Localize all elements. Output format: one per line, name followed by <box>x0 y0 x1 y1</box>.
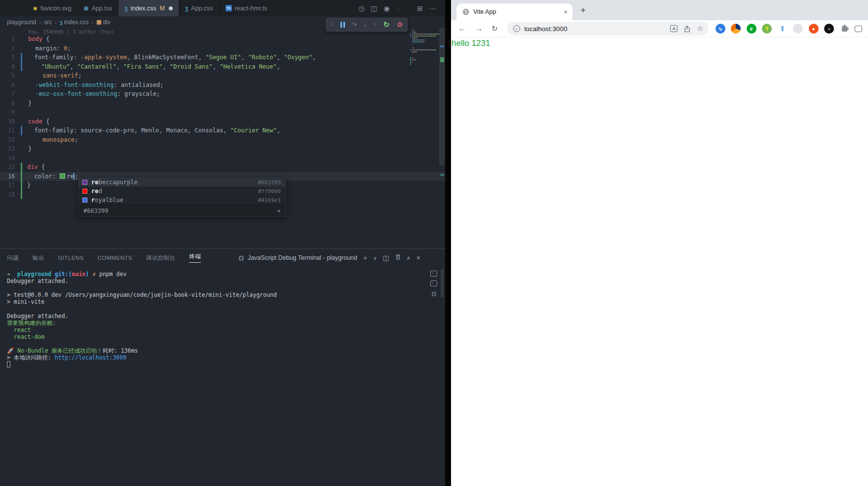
editor-tab-react-hmr.ts[interactable]: TSreact-hmr.ts <box>220 0 274 16</box>
code-line-14[interactable]: 14 <box>0 154 445 163</box>
terminal-scrollbar[interactable] <box>441 269 444 297</box>
panel-tab-GITLENS[interactable]: GITLENS <box>51 249 91 267</box>
terminal-instance-icon[interactable]: › <box>430 281 437 286</box>
code-line-13[interactable]: 13} <box>0 144 445 154</box>
close-icon[interactable]: × <box>277 207 281 214</box>
code-line-5[interactable]: 5 sans-serif; <box>0 71 445 81</box>
editor-scrollbar[interactable] <box>439 28 445 248</box>
new-terminal-icon[interactable]: + <box>363 254 367 262</box>
code-line-7[interactable]: 7 -moz-osx-font-smoothing: grayscale; <box>0 89 445 99</box>
step-into-icon[interactable]: ↓ <box>364 21 367 29</box>
code-line-15[interactable]: 15div { <box>0 162 445 172</box>
forward-icon[interactable]: → <box>475 24 483 34</box>
code-line-2[interactable]: 2 margin: 0; <box>0 44 445 53</box>
reload-icon[interactable]: ↻ <box>491 24 498 33</box>
breadcrumb-item-playground[interactable]: playground <box>7 19 36 26</box>
close-tab-icon[interactable]: × <box>564 8 567 16</box>
code-editor[interactable]: You, 15秒钟前 | 1 author (You) 1body {2 mar… <box>0 28 445 248</box>
ext-pale-circle[interactable]: ◦ <box>793 24 803 34</box>
maximize-panel-icon[interactable]: ∧ <box>407 255 411 261</box>
code-line-1[interactable]: 1body { <box>0 35 445 44</box>
extensions-puzzle-icon[interactable] <box>842 26 847 32</box>
overview-mark-modified <box>440 45 444 47</box>
terminal-text: pnpm dev <box>99 271 126 278</box>
terminal-output[interactable]: ➜ playground git:(main) ✗ pnpm devDebugg… <box>7 271 277 368</box>
diff-gutter <box>21 53 22 62</box>
circle-outline-icon-2[interactable]: ◌ <box>407 4 411 12</box>
ext-blue-chevrons[interactable]: ∨∨ <box>778 24 788 34</box>
editor-layout-icon[interactable]: ⊞ <box>417 4 423 12</box>
pause-icon[interactable] <box>340 22 345 28</box>
editor-tab-index.css[interactable]: ʒindex.cssM <box>118 0 179 16</box>
code-line-9[interactable]: 9 <box>0 108 445 117</box>
breadcrumb-item-symbol[interactable]: div <box>103 19 111 26</box>
panel-tab-调试控制台[interactable]: 调试控制台 <box>139 249 183 267</box>
css-file-icon: ʒ <box>60 19 63 25</box>
split-editor-icon[interactable]: ◫ <box>371 4 377 12</box>
breadcrumb-item-file[interactable]: index.css <box>64 19 89 26</box>
disconnect-icon[interactable] <box>396 21 403 29</box>
circle-outline-icon-1[interactable]: ◌ <box>396 4 400 12</box>
breadcrumb-item-src[interactable]: src <box>44 19 52 26</box>
debug-bug-icon <box>238 254 245 261</box>
side-panel-icon[interactable] <box>855 26 862 32</box>
extension-icons: ∿eY∨∨◦●○ <box>716 24 863 34</box>
editor-tab-App.css[interactable]: ʒApp.css <box>179 0 220 16</box>
trash-icon[interactable] <box>395 254 401 262</box>
panel-tab-COMMENTS[interactable]: COMMENTS <box>91 249 139 267</box>
scrollbar-slider[interactable] <box>439 28 445 165</box>
more-actions-icon[interactable]: ⋯ <box>429 4 436 12</box>
ext-y-badge[interactable]: Y <box>762 24 772 34</box>
browser-tab-vite-app[interactable]: Vite App × <box>456 3 572 20</box>
ext-black-ring[interactable]: ○ <box>824 24 834 34</box>
suggest-item-royalblue[interactable]: royalblue#4169e1 <box>78 196 286 204</box>
drag-handle-icon[interactable]: ⠿ <box>330 22 334 28</box>
suggest-item-red[interactable]: red#ff0000 <box>78 187 286 196</box>
terminal-link[interactable]: http://localhost:3000 <box>55 354 126 361</box>
run-circle-icon[interactable]: ◉ <box>383 4 389 12</box>
new-tab-button[interactable]: + <box>580 5 586 16</box>
code-line-4[interactable]: 4 "Ubuntu", "Cantarell", "Fira Sans", "D… <box>0 62 445 72</box>
editor-tab-favicon.svg[interactable]: ∗favicon.svg <box>27 0 78 16</box>
translate-icon[interactable]: A <box>670 25 678 32</box>
share-icon[interactable] <box>684 25 690 33</box>
terminal-title[interactable]: JavaScript Debug Terminal - playground <box>238 254 357 261</box>
terminal-line: react-dom <box>7 333 277 340</box>
diff-gutter <box>21 117 23 126</box>
suggest-list: rebeccapurple#663399red#ff0000royalblue#… <box>78 178 286 204</box>
back-icon[interactable]: ← <box>458 24 466 34</box>
terminal-cursor-icon <box>7 361 10 367</box>
page-text: hello 1231 <box>451 38 868 48</box>
panel-tab-问题[interactable]: 问题 <box>7 249 26 267</box>
bookmark-star-icon[interactable]: ☆ <box>697 24 703 33</box>
ext-evernote[interactable]: e <box>747 24 756 34</box>
vscode-window: ∗favicon.svg⊛App.tsxʒindex.cssMʒApp.cssT… <box>0 0 445 486</box>
suggest-item-rebeccapurple[interactable]: rebeccapurple#663399 <box>78 178 286 187</box>
site-info-icon[interactable]: i <box>513 25 520 32</box>
address-bar[interactable]: i localhost:3000 A ☆ <box>507 22 709 36</box>
code-line-10[interactable]: 10code { <box>0 117 445 126</box>
close-panel-icon[interactable]: × <box>416 254 420 262</box>
step-out-icon[interactable]: ↑ <box>374 21 377 29</box>
debug-bug-icon[interactable] <box>431 290 437 297</box>
ext-blue-sphere[interactable]: ∿ <box>716 24 725 34</box>
panel-tab-输出[interactable]: 输出 <box>26 249 51 267</box>
code-line-11[interactable]: 11 font-family: source-code-pro, Menlo, … <box>0 126 445 135</box>
code-line-8[interactable]: 8} <box>0 99 445 108</box>
panel-tab-终端[interactable]: 终端 <box>182 249 208 267</box>
editor-tab-App.tsx[interactable]: ⊛App.tsx <box>78 0 119 16</box>
code-line-3[interactable]: 3 font-family: -apple-system, BlinkMacSy… <box>0 53 445 62</box>
code-line-12[interactable]: 12 monospace; <box>0 135 445 145</box>
terminal-dropdown-icon[interactable]: ∨ <box>373 255 377 261</box>
ext-color-wheel[interactable] <box>731 24 741 34</box>
split-terminal-icon[interactable]: ◫ <box>383 254 389 262</box>
terminal-text: > test@0.0.0 dev /Users/yangxingyuan/cod… <box>7 291 277 298</box>
code-line-6[interactable]: 6 -webkit-font-smoothing: antialiased; <box>0 81 445 90</box>
color-swatch[interactable] <box>60 173 65 179</box>
restart-icon[interactable]: ↻ <box>383 20 390 29</box>
terminal-instance-icon[interactable]: › <box>430 271 437 277</box>
ext-orange-circle[interactable]: ● <box>809 24 819 34</box>
timeline-icon[interactable]: ◷ <box>358 4 364 12</box>
minimap[interactable] <box>410 28 439 248</box>
step-over-icon[interactable]: ↷ <box>351 21 357 29</box>
